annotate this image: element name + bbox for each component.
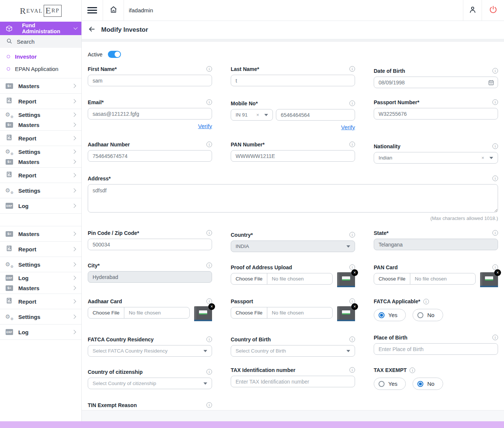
address-textarea[interactable]: sdfsdf — [88, 184, 498, 213]
sidebar-item-report[interactable]: Report — [0, 168, 81, 183]
sidebar-search[interactable]: Search — [0, 35, 81, 48]
sidebar-item-masters[interactable]: Masters — [0, 78, 81, 94]
passport-number-input[interactable] — [374, 108, 498, 120]
tax-exempt-no-radio[interactable]: No — [413, 378, 443, 390]
info-icon[interactable] — [349, 367, 355, 373]
masters-icon — [6, 122, 13, 128]
back-button[interactable] — [88, 25, 96, 35]
sidebar-item-settings[interactable]: Settings — [5, 110, 75, 120]
sidebar-item-report[interactable]: Report — [0, 94, 81, 109]
sidebar-item-settings[interactable]: Settings — [0, 309, 81, 325]
pan-number-input[interactable] — [231, 150, 355, 162]
sidebar-item-report[interactable]: Report — [0, 294, 81, 309]
sidebar-item-settings[interactable]: Settings — [0, 183, 81, 198]
last-name-input[interactable] — [231, 75, 355, 86]
choose-file-button[interactable]: Choose File — [231, 273, 267, 284]
masters-icon — [6, 231, 13, 237]
remove-file-icon[interactable]: × — [208, 303, 215, 310]
calendar-icon[interactable] — [488, 79, 494, 86]
brand-logo: REVALERP — [0, 0, 81, 22]
module-selector[interactable]: Fund Administration — [0, 22, 81, 35]
country-code-select[interactable]: IN 91 × — [231, 109, 273, 121]
home-button[interactable] — [103, 0, 124, 21]
passport-file-input[interactable]: Choose File No file chosen — [231, 307, 333, 319]
info-icon[interactable] — [349, 66, 355, 72]
bottom-scrollbar[interactable] — [0, 421, 504, 428]
uploaded-file-thumbnail[interactable]: × — [194, 306, 212, 321]
remove-file-icon[interactable]: × — [494, 269, 501, 276]
chevron-right-icon — [72, 173, 76, 177]
clear-icon[interactable]: × — [256, 112, 259, 118]
hamburger-icon — [87, 7, 97, 13]
sidebar-item-log[interactable]: Log — [5, 273, 75, 283]
sidebar-item-report[interactable]: Report — [0, 242, 81, 257]
verify-mobile-link[interactable]: Verify — [341, 124, 355, 130]
info-icon[interactable] — [206, 336, 212, 342]
country-select[interactable]: INDIA — [231, 241, 355, 252]
sidebar-item-investor[interactable]: Investor — [0, 50, 81, 63]
sidebar-item-masters[interactable]: Masters — [5, 283, 75, 293]
verify-email-link[interactable]: Verify — [198, 123, 212, 129]
uploaded-file-thumbnail[interactable]: × — [337, 272, 355, 287]
tax-id-input[interactable] — [231, 376, 355, 387]
citizenship-select[interactable]: Select Country of citizenship — [88, 378, 212, 389]
sidebar-item-settings[interactable]: Settings — [5, 147, 75, 156]
info-icon[interactable] — [492, 335, 498, 340]
sidebar-item-log[interactable]: Log — [0, 198, 81, 214]
aadhaar-card-file-input[interactable]: Choose File No file chosen — [88, 307, 190, 319]
remove-file-icon[interactable]: × — [351, 269, 358, 276]
profile-button[interactable] — [463, 0, 482, 21]
info-icon[interactable] — [206, 402, 212, 408]
sidebar-item-masters[interactable]: Masters — [5, 157, 75, 167]
logout-button[interactable] — [482, 0, 504, 21]
sidebar-item-masters[interactable]: Masters — [0, 226, 81, 242]
info-icon[interactable] — [206, 142, 212, 147]
info-icon[interactable] — [206, 66, 212, 72]
uploaded-file-thumbnail[interactable]: × — [480, 272, 498, 287]
info-icon[interactable] — [349, 336, 355, 342]
info-icon[interactable] — [492, 143, 498, 149]
info-icon[interactable] — [206, 369, 212, 375]
sidebar-item-log[interactable]: Log — [0, 325, 81, 340]
choose-file-button[interactable]: Choose File — [88, 307, 124, 318]
info-icon[interactable] — [492, 230, 498, 236]
place-of-birth-input[interactable] — [374, 343, 498, 355]
info-icon[interactable] — [206, 263, 212, 268]
info-icon[interactable] — [349, 232, 355, 238]
proof-of-address-file-input[interactable]: Choose File No file chosen — [231, 273, 333, 285]
fatca-no-radio[interactable]: No — [413, 309, 443, 321]
info-icon[interactable] — [206, 99, 212, 105]
clear-icon[interactable]: × — [481, 155, 484, 161]
sidebar-item-masters[interactable]: Masters — [5, 120, 75, 130]
sidebar-item-report[interactable]: Report — [0, 131, 81, 146]
info-icon[interactable] — [349, 142, 355, 147]
info-icon[interactable] — [423, 299, 429, 304]
country-of-birth-select[interactable]: Select Country of Birth — [231, 345, 355, 357]
fatca-country-select[interactable]: Select FATCA Country Residency — [88, 345, 212, 357]
info-icon[interactable] — [349, 100, 355, 106]
email-input[interactable] — [88, 108, 212, 120]
info-icon[interactable] — [206, 230, 212, 236]
aadhaar-number-input[interactable] — [88, 150, 212, 162]
tax-exempt-yes-radio[interactable]: Yes — [374, 378, 406, 390]
fatca-yes-radio[interactable]: Yes — [374, 309, 406, 321]
date-of-birth-input[interactable] — [374, 77, 498, 88]
choose-file-button[interactable]: Choose File — [231, 307, 267, 318]
choose-file-button[interactable]: Choose File — [374, 273, 410, 284]
pincode-input[interactable] — [88, 239, 212, 250]
uploaded-file-thumbnail[interactable]: × — [337, 306, 355, 321]
menu-toggle-button[interactable] — [82, 0, 103, 21]
sidebar-item-epan-application[interactable]: EPAN Application — [0, 63, 81, 75]
sidebar-item-settings[interactable]: Settings — [0, 257, 81, 272]
remove-file-icon[interactable]: × — [351, 303, 358, 310]
nationality-select[interactable]: Indian × — [374, 152, 498, 164]
info-icon[interactable] — [492, 68, 498, 74]
info-icon[interactable] — [492, 99, 498, 105]
mobile-number-input[interactable] — [276, 109, 355, 121]
info-icon[interactable] — [492, 176, 498, 181]
first-name-input[interactable] — [88, 75, 212, 86]
active-toggle[interactable] — [108, 51, 121, 58]
pan-card-file-input[interactable]: Choose File No file chosen — [374, 273, 476, 285]
info-icon[interactable] — [410, 367, 415, 373]
top-bar: ifadadmin — [82, 0, 504, 21]
